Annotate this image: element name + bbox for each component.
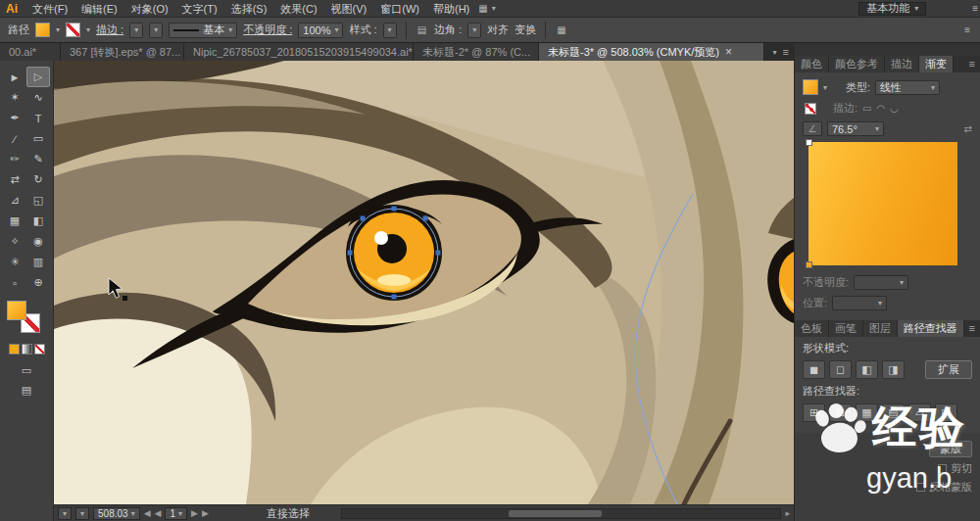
gradient-preview[interactable] (808, 142, 957, 265)
doc-tab-5-active[interactable]: 未标题-3* @ 508.03% (CMYK/预览) × (539, 43, 764, 61)
menu-select[interactable]: 选择(S) (224, 0, 274, 18)
gradient-opacity-dropdown[interactable]: ▾ (854, 275, 908, 290)
brush-definition-dropdown[interactable]: 基本 ▾ (169, 23, 237, 38)
tab-stroke[interactable]: 描边 (885, 56, 919, 72)
minus-front-button[interactable]: ◻ (829, 360, 852, 379)
zoom-tool[interactable]: ⊕ (26, 272, 50, 293)
screen-mode-icon[interactable]: ▤ (22, 384, 31, 397)
scroll-right-icon[interactable]: ▸ (785, 508, 790, 518)
next-artboard-icon[interactable]: ▶ (191, 508, 198, 518)
lasso-tool[interactable]: ∿ (26, 87, 50, 108)
transform-button[interactable]: 变换 (514, 23, 536, 37)
gradient-type-dropdown[interactable]: 线性 ▾ (875, 80, 940, 95)
gradient-stroke-swatch[interactable] (805, 103, 816, 115)
status-mini-select-2[interactable]: ▾ (75, 507, 89, 520)
fill-caret-icon[interactable]: ▾ (56, 25, 60, 34)
artboard-tool[interactable]: ▫ (3, 272, 26, 293)
gradient-swatch-caret-icon[interactable]: ▾ (823, 83, 827, 92)
eyedropper-tool[interactable]: ✧ (3, 231, 26, 252)
tab-menu-icon[interactable]: ≡ (783, 46, 789, 58)
close-tab-icon[interactable]: × (725, 43, 732, 61)
mesh-tool[interactable]: ▦ (3, 211, 26, 231)
menu-type[interactable]: 文字(T) (175, 0, 224, 18)
width-tool[interactable]: ⇄ (3, 169, 26, 190)
expand-button[interactable]: 扩展 (925, 360, 972, 379)
isolate-icon[interactable]: ▦ (557, 24, 565, 35)
gradient-tool[interactable]: ◧ (26, 211, 50, 231)
shape-builder-tool[interactable]: ◱ (26, 190, 50, 211)
tab-brushes[interactable]: 画笔 (829, 320, 863, 337)
fill-color-swatch[interactable] (35, 23, 50, 37)
tab-layers[interactable]: 图层 (863, 320, 898, 337)
menu-object[interactable]: 对象(O) (124, 0, 175, 18)
intersect-button[interactable]: ◧ (856, 360, 878, 379)
scale-tool[interactable]: ⊿ (3, 190, 26, 211)
selection-tool[interactable]: ► (3, 67, 26, 87)
column-graph-tool[interactable]: ▥ (26, 252, 50, 272)
unite-button[interactable]: ◼ (803, 360, 825, 379)
blend-tool[interactable]: ◉ (26, 231, 50, 252)
exclude-button[interactable]: ◨ (882, 360, 905, 379)
panel-menu-icon[interactable]: ≡ (964, 56, 980, 72)
stroke-weight-dropdown[interactable]: ▾ (129, 23, 143, 38)
tab-color[interactable]: 颜色 (795, 56, 829, 72)
first-artboard-icon[interactable]: ◀ (144, 508, 151, 518)
gradient-fill-swatch[interactable] (803, 79, 818, 95)
reverse-gradient-icon[interactable]: ⇄ (964, 123, 972, 134)
magic-wand-tool[interactable]: ✶ (3, 87, 26, 108)
tab-gradient[interactable]: 渐变 (919, 56, 954, 72)
corner-dropdown[interactable]: ▾ (467, 23, 481, 38)
arrange-documents-icon[interactable]: ▦ (478, 3, 487, 14)
artboard-canvas[interactable] (54, 61, 794, 504)
color-button[interactable] (9, 344, 20, 355)
menu-view[interactable]: 视图(V) (324, 0, 374, 18)
tab-color-guide[interactable]: 颜色参考 (829, 56, 885, 72)
symbol-sprayer-tool[interactable]: ✳ (3, 252, 26, 272)
rotate-tool[interactable]: ↻ (26, 169, 50, 190)
rectangle-tool[interactable]: ▭ (26, 128, 50, 149)
menu-help[interactable]: 帮助(H) (426, 0, 476, 18)
direct-selection-tool[interactable]: ▷ (26, 67, 50, 87)
paintbrush-tool[interactable]: ✏ (3, 149, 26, 169)
arrange-documents-caret-icon[interactable]: ▾ (492, 4, 496, 13)
opacity-panel-link[interactable]: 不透明度 : (243, 23, 292, 37)
align-button[interactable]: 对齐 (487, 23, 509, 37)
fill-proxy-swatch[interactable] (7, 301, 26, 320)
gradient-angle-dropdown[interactable]: 76.5° ▾ (827, 121, 884, 136)
menu-file[interactable]: 文件(F) (25, 0, 74, 18)
controlbar-menu-icon[interactable]: ≡ (964, 24, 970, 35)
gradient-button[interactable] (22, 344, 32, 355)
variable-width-dropdown[interactable]: ▾ (149, 23, 163, 38)
artboard-number-dropdown[interactable]: 1 ▾ (165, 507, 187, 520)
stroke-panel-link[interactable]: 描边 : (96, 23, 123, 37)
style-dropdown[interactable]: ▾ (383, 23, 397, 38)
zoom-level-dropdown[interactable]: 508.03 ▾ (93, 507, 140, 520)
type-tool[interactable]: T (26, 108, 50, 128)
gradient-position-dropdown[interactable]: ▾ (832, 296, 887, 310)
doc-tab-1[interactable]: 00.ai* (0, 43, 61, 61)
doc-tab-4[interactable]: 未标题-2* @ 87% (C... (414, 43, 539, 61)
opacity-dropdown[interactable]: 100% ▾ (298, 23, 343, 38)
menubar-menu-icon[interactable]: ≡ (972, 3, 978, 14)
line-segment-tool[interactable]: ∕ (3, 128, 26, 149)
gradient-stop-handle[interactable] (806, 261, 812, 268)
pen-tool[interactable]: ✒ (3, 108, 26, 128)
tab-pathfinder[interactable]: 路径查找器 (898, 320, 964, 337)
tab-overflow-caret-icon[interactable]: ▾ (773, 48, 777, 57)
panel-menu-icon[interactable]: ≡ (964, 320, 980, 337)
draw-mode-icon[interactable]: ▭ (22, 364, 31, 377)
none-button[interactable] (34, 344, 45, 355)
scrollbar-thumb[interactable] (509, 510, 602, 517)
menu-effect[interactable]: 效果(C) (273, 0, 323, 18)
horizontal-scrollbar[interactable] (341, 508, 782, 519)
gradient-stop-handle[interactable] (806, 139, 812, 146)
menu-window[interactable]: 窗口(W) (373, 0, 426, 18)
recolor-artwork-icon[interactable]: ▤ (417, 24, 426, 35)
prev-artboard-icon[interactable]: ◀ (155, 508, 162, 518)
doc-tab-2[interactable]: 367 [转换].eps* @ 87... (61, 43, 184, 61)
tab-swatches[interactable]: 色板 (795, 320, 829, 337)
menu-edit[interactable]: 编辑(E) (74, 0, 124, 18)
workspace-switcher[interactable]: 基本功能 ▾ (858, 2, 926, 16)
doc-tab-3[interactable]: Nipic_26785037_20180515203915499034.ai* (184, 43, 414, 61)
gradient-ramp[interactable] (808, 142, 957, 265)
